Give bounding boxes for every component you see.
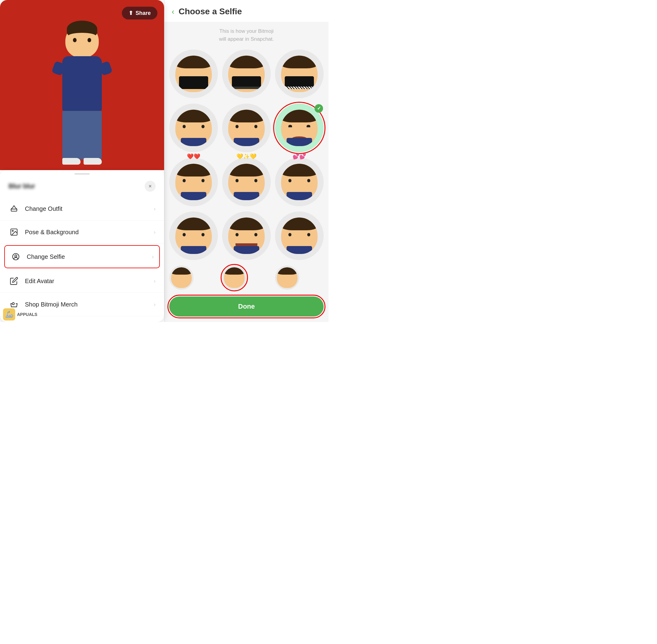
bitmoji-face-mask-text: "MASK" [228,55,265,92]
menu-item-change-selfie[interactable]: Change Selfie › [4,245,160,268]
face-eye-right-3 [307,125,310,127]
chevron-right-icon-2: › [154,229,156,235]
face-base-9 [281,164,318,200]
eye-l-12 [288,233,291,236]
bitmoji-face-p3 [277,267,297,288]
back-arrow-icon[interactable]: ‹ [172,7,175,16]
face-hair-p2 [224,267,245,275]
eye-r-10 [202,233,205,236]
bitmoji-face-mask-x: ✕ [175,55,212,92]
menu-item-pose-background[interactable]: Pose & Background › [0,221,164,244]
face-hair-2 [228,55,265,68]
face-eyes-smile [235,125,257,128]
selfie-item-hearts-gold[interactable]: 💛✨💛 [222,158,271,206]
eye-r-11 [254,233,257,236]
face-hair-6 [281,110,318,122]
shirt-9 [287,192,312,200]
bitmoji-face-hearts-gold [228,164,265,200]
face-eyes-neutral [183,125,205,128]
image-frame-icon [8,227,19,237]
selfie-item-laugh-selected[interactable]: ✓ [275,104,324,152]
avatar-leg-right [83,111,102,160]
chevron-right-icon-4: › [154,278,156,284]
selfie-circle-icon [10,251,21,262]
avatar-background: ⬆ Share [0,0,164,170]
face-hair-8 [228,164,265,177]
face-hair-11 [228,217,265,230]
selfie-item-partial-3[interactable] [275,266,299,290]
eye-l-7 [183,179,186,182]
shirt-blue-2 [234,138,259,146]
eye-l-9 [288,179,291,182]
avatar-arm-right [98,61,113,76]
avatar-head [65,24,99,58]
face-eyes-laugh [288,125,310,127]
selfie-item-hearts-red[interactable]: ❤️❤️ [169,158,218,206]
share-icon: ⬆ [129,10,133,16]
selfie-item-mask-stripe[interactable] [275,49,324,98]
avatar-eye-left [73,38,76,42]
bitmoji-face-mask-stripe [281,55,318,92]
face-eyes-12 [288,233,310,236]
face-hair-12 [281,217,318,230]
bitmoji-face-neutral [175,110,212,146]
svg-point-7 [12,303,14,305]
shirt-11 [234,246,259,254]
face-hair [175,55,212,68]
face-hair-7 [175,164,212,177]
chevron-right-icon-3: › [152,254,154,260]
face-eye-left [183,125,186,128]
selfie-item-smirk[interactable] [169,211,218,260]
selfie-item-mask-x[interactable]: ✕ [169,49,218,98]
face-hair-p1 [171,267,192,275]
face-base-8 [228,164,265,200]
eye-r-8 [254,179,257,182]
done-button[interactable]: Done [169,297,324,317]
face-eyes-10 [183,233,205,236]
shirt-12 [287,246,312,254]
avatar-arms [53,62,111,74]
username: Blur blur [8,182,35,190]
shirt-7 [181,192,206,200]
avatar-eyes [73,38,91,42]
avatar-foot-right [84,158,102,165]
right-panel: ‹ Choose a Selfie This is how your Bitmo… [164,0,328,322]
face-base-4 [175,110,212,146]
menu-item-edit-avatar[interactable]: Edit Avatar › [0,270,164,293]
hanger-icon [8,203,19,214]
chevron-right-icon-5: › [154,301,156,308]
face-base-12 [281,217,318,254]
selfie-item-grin[interactable] [222,211,271,260]
bitmoji-face-hearts-pink [281,164,318,200]
right-header: ‹ Choose a Selfie [164,0,328,22]
selfie-item-smile[interactable] [222,104,271,152]
hearts-gold-deco: 💛✨💛 [236,153,256,160]
selfie-item-partial-1[interactable] [169,266,194,290]
avatar-arm-left [51,61,66,76]
selfie-item-neutral[interactable] [169,104,218,152]
face-hair-9 [281,164,318,177]
done-section: Done [164,294,328,322]
face-base-p2 [224,267,245,288]
close-button[interactable]: × [145,181,156,192]
selfie-item-hearts-pink[interactable]: 💕💕 [275,158,324,206]
face-eye-left-2 [235,125,239,128]
shirt-10 [181,246,206,254]
selfie-item-partial-2[interactable] [222,266,246,290]
face-base-7 [175,164,212,200]
avatar-foot-left [62,158,81,165]
face-base-5 [228,110,265,146]
menu-item-change-outfit[interactable]: Change Outfit › [0,197,164,221]
shirt-8 [234,192,259,200]
selfie-item-side-glance[interactable] [275,211,324,260]
face-eyes-11 [235,233,257,236]
face-base-10 [175,217,212,254]
pose-background-label: Pose & Background [25,229,154,236]
pencil-icon [8,276,19,286]
face-hair-p3 [277,267,297,275]
face-base-p3 [277,267,297,288]
selected-check-icon: ✓ [315,104,323,113]
selfie-item-mask-text[interactable]: "MASK" [222,49,271,98]
right-subtitle: This is how your Bitmojiwill appear in S… [164,22,328,47]
hearts-pink-deco: 💕💕 [293,153,306,160]
